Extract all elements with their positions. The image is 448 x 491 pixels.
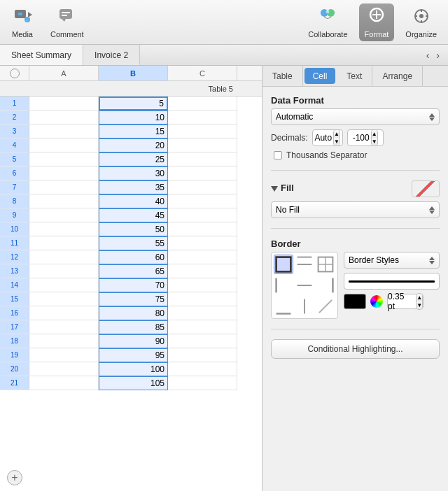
cell-b-5[interactable]: 25 (99, 152, 168, 166)
row-number-9[interactable]: 9 (0, 208, 29, 222)
row-number-13[interactable]: 13 (0, 264, 29, 278)
cell-c-12[interactable] (168, 250, 237, 264)
row-number-12[interactable]: 12 (0, 250, 29, 264)
cell-a-20[interactable] (29, 362, 99, 376)
cell-c-9[interactable] (168, 208, 237, 222)
row-number-18[interactable]: 18 (0, 334, 29, 348)
border-btn-none[interactable] (316, 297, 335, 316)
data-format-select[interactable]: Automatic (271, 108, 440, 125)
organize-button[interactable]: Organize (400, 3, 442, 41)
cell-b-1[interactable]: 5 (99, 97, 168, 111)
border-btn-outer[interactable] (274, 255, 293, 274)
cell-c-19[interactable] (168, 348, 237, 362)
cell-c-14[interactable] (168, 278, 237, 292)
cell-c-16[interactable] (168, 306, 237, 320)
row-number-10[interactable]: 10 (0, 222, 29, 236)
decimals-number-up[interactable]: ▲ (372, 130, 377, 138)
cell-c-2[interactable] (168, 111, 237, 124)
border-styles-select[interactable]: Border Styles (344, 252, 440, 269)
cell-b-4[interactable]: 20 (99, 138, 168, 152)
cell-c-11[interactable] (168, 236, 237, 250)
collaborate-button[interactable]: Collaborate (302, 3, 353, 41)
tab-text[interactable]: Text (337, 66, 372, 86)
border-btn-right[interactable] (316, 276, 335, 295)
comment-button[interactable]: Comment (45, 3, 90, 41)
cell-b-20[interactable]: 100 (99, 362, 168, 376)
cell-c-15[interactable] (168, 292, 237, 306)
cell-a-19[interactable] (29, 348, 99, 362)
cell-c-6[interactable] (168, 166, 237, 180)
decimals-stepper[interactable]: ▲ ▼ (333, 129, 340, 146)
border-btn-center-h[interactable] (295, 276, 314, 295)
cell-a-12[interactable] (29, 250, 99, 264)
cell-a-15[interactable] (29, 292, 99, 306)
cell-c-10[interactable] (168, 222, 237, 236)
border-btn-center-v[interactable] (295, 297, 314, 316)
border-btn-top-bottom[interactable] (295, 255, 314, 274)
decimals-up[interactable]: ▲ (334, 130, 340, 138)
format-button[interactable]: Format (359, 3, 395, 41)
cell-a-18[interactable] (29, 334, 99, 348)
tab-table[interactable]: Table (262, 66, 303, 86)
cell-a-1[interactable] (29, 97, 99, 111)
cell-b-15[interactable]: 75 (99, 292, 168, 306)
row-number-21[interactable]: 21 (0, 376, 29, 390)
border-pt-up[interactable]: ▲ (416, 294, 422, 301)
cell-b-9[interactable]: 45 (99, 208, 168, 222)
cell-c-3[interactable] (168, 124, 237, 138)
thousands-separator-checkbox[interactable] (274, 151, 282, 159)
row-number-20[interactable]: 20 (0, 362, 29, 376)
cell-a-7[interactable] (29, 180, 99, 194)
border-btn-left[interactable] (274, 276, 293, 295)
row-number-11[interactable]: 11 (0, 236, 29, 250)
row-number-1[interactable]: 1 (0, 97, 29, 111)
tab-arrange[interactable]: Arrange (372, 66, 423, 86)
cell-b-12[interactable]: 60 (99, 250, 168, 264)
cell-b-11[interactable]: 55 (99, 236, 168, 250)
fill-color-swatch[interactable] (412, 180, 440, 197)
row-number-5[interactable]: 5 (0, 152, 29, 166)
row-number-8[interactable]: 8 (0, 194, 29, 208)
sheet-tab-2[interactable]: Invoice 2 (83, 45, 140, 65)
conditional-highlighting-button[interactable]: Conditional Highlighting... (271, 339, 440, 359)
cell-b-13[interactable]: 65 (99, 264, 168, 278)
cell-a-4[interactable] (29, 138, 99, 152)
row-number-16[interactable]: 16 (0, 306, 29, 320)
cell-c-4[interactable] (168, 138, 237, 152)
border-pt-input[interactable]: 0.35 pt ▲ ▼ (387, 294, 424, 309)
cell-b-17[interactable]: 85 (99, 320, 168, 334)
decimals-number-stepper[interactable]: ▲ ▼ (371, 129, 378, 146)
cell-c-1[interactable] (168, 97, 237, 111)
fill-select[interactable]: No Fill (271, 201, 440, 218)
row-number-6[interactable]: 6 (0, 166, 29, 180)
cell-a-17[interactable] (29, 320, 99, 334)
cell-a-10[interactable] (29, 222, 99, 236)
sheet-tab-1[interactable]: Sheet Summary (0, 45, 83, 65)
cell-c-17[interactable] (168, 320, 237, 334)
cell-b-14[interactable]: 70 (99, 278, 168, 292)
border-btn-bottom[interactable] (274, 297, 293, 316)
cell-b-2[interactable]: 10 (99, 111, 168, 124)
row-number-19[interactable]: 19 (0, 348, 29, 362)
cell-c-13[interactable] (168, 264, 237, 278)
cell-b-18[interactable]: 90 (99, 334, 168, 348)
decimals-number-down[interactable]: ▼ (372, 138, 377, 145)
cell-a-16[interactable] (29, 306, 99, 320)
tab-next-button[interactable]: › (433, 48, 442, 62)
border-color-swatch[interactable] (344, 294, 366, 309)
cell-c-18[interactable] (168, 334, 237, 348)
cell-b-7[interactable]: 35 (99, 180, 168, 194)
cell-a-14[interactable] (29, 278, 99, 292)
fill-collapse-icon[interactable] (271, 186, 278, 192)
cell-a-3[interactable] (29, 124, 99, 138)
row-number-2[interactable]: 2 (0, 111, 29, 124)
cell-b-21[interactable]: 105 (99, 376, 168, 390)
col-header-c[interactable]: C (168, 66, 237, 80)
row-number-17[interactable]: 17 (0, 320, 29, 334)
cell-a-2[interactable] (29, 111, 99, 124)
tab-prev-button[interactable]: ‹ (424, 48, 433, 62)
border-color-picker-button[interactable] (370, 295, 383, 308)
row-number-3[interactable]: 3 (0, 124, 29, 138)
decimals-number-input[interactable]: -100 ▲ ▼ (347, 129, 384, 146)
cell-c-8[interactable] (168, 194, 237, 208)
